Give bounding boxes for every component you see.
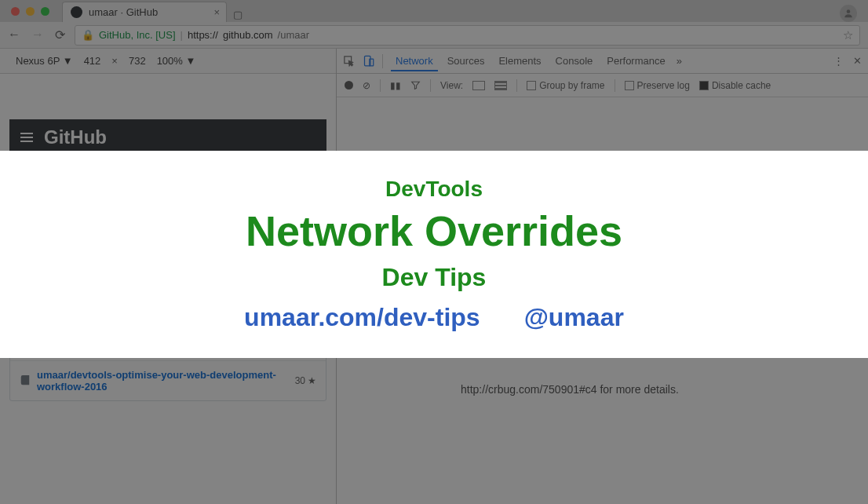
title-card: DevTools Network Overrides Dev Tips umaa… bbox=[0, 151, 868, 358]
tab-elements[interactable]: Elements bbox=[494, 50, 545, 71]
banner-line1: DevTools bbox=[385, 177, 483, 202]
preserve-log-checkbox[interactable]: Preserve log bbox=[625, 80, 690, 91]
browser-toolbar: ← → ⟳ 🔒 GitHub, Inc. [US] | https://gith… bbox=[0, 22, 868, 49]
maximize-window-icon[interactable] bbox=[41, 7, 49, 16]
filter-icon[interactable] bbox=[410, 80, 421, 90]
view-waterfall-icon[interactable] bbox=[494, 81, 507, 90]
address-bar[interactable]: 🔒 GitHub, Inc. [US] | https://github.com… bbox=[75, 25, 860, 46]
hamburger-icon[interactable] bbox=[20, 133, 33, 142]
banner-link-site: umaar.com/dev-tips bbox=[244, 303, 480, 332]
browser-tab[interactable]: umaar · GitHub × bbox=[62, 2, 227, 22]
tab-title: umaar · GitHub bbox=[89, 6, 158, 18]
url-path: /umaar bbox=[278, 29, 309, 41]
dimension-separator: × bbox=[111, 55, 118, 67]
reload-button[interactable]: ⟳ bbox=[55, 27, 65, 42]
info-message: http://crbug.com/750901#c4 for more deta… bbox=[461, 383, 679, 396]
forward-button[interactable]: → bbox=[31, 27, 44, 42]
inspect-icon[interactable] bbox=[343, 55, 355, 67]
github-logo[interactable]: GitHub bbox=[44, 126, 107, 148]
security-label: GitHub, Inc. [US] bbox=[99, 29, 176, 41]
devtools-tabstrip: Network Sources Elements Console Perform… bbox=[337, 49, 868, 74]
github-favicon-icon bbox=[71, 6, 82, 18]
zoom-selector[interactable]: 100% ▼ bbox=[157, 55, 196, 67]
repo-name: umaar/devtools-optimise-your-web-develop… bbox=[37, 369, 289, 393]
repo-icon bbox=[20, 375, 31, 386]
close-tab-icon[interactable]: × bbox=[213, 6, 220, 18]
device-width[interactable]: 412 bbox=[84, 55, 101, 67]
banner-link-handle: @umaar bbox=[524, 303, 624, 332]
device-height[interactable]: 732 bbox=[129, 55, 146, 67]
banner-line3: Dev Tips bbox=[382, 263, 487, 292]
devtools-menu-icon[interactable]: ⋮ bbox=[833, 55, 844, 67]
tab-network[interactable]: Network bbox=[391, 50, 438, 71]
tab-sources[interactable]: Sources bbox=[443, 50, 490, 71]
window-controls[interactable] bbox=[6, 0, 54, 22]
repo-item[interactable]: umaar/devtools-optimise-your-web-develop… bbox=[10, 361, 326, 400]
group-by-frame-checkbox[interactable]: Group by frame bbox=[527, 80, 604, 91]
capture-screenshot-icon[interactable]: ▮▮ bbox=[390, 80, 401, 91]
url-host: github.com bbox=[223, 29, 273, 41]
view-label: View: bbox=[440, 80, 463, 91]
more-tabs-icon[interactable]: » bbox=[677, 55, 682, 67]
tab-console[interactable]: Console bbox=[551, 50, 598, 71]
lock-icon: 🔒 bbox=[82, 29, 94, 41]
repo-stars: 30 ★ bbox=[295, 375, 316, 386]
minimize-window-icon[interactable] bbox=[26, 7, 35, 16]
tab-performance[interactable]: Performance bbox=[602, 50, 669, 71]
device-toolbar: Nexus 6P ▼ 412 × 732 100% ▼ bbox=[0, 49, 336, 74]
profile-avatar-icon[interactable] bbox=[840, 5, 857, 22]
back-button[interactable]: ← bbox=[8, 27, 20, 42]
clear-icon[interactable]: ⊘ bbox=[363, 80, 370, 91]
devtools-close-icon[interactable]: ✕ bbox=[853, 55, 862, 67]
device-selector[interactable]: Nexus 6P ▼ bbox=[16, 55, 73, 67]
bookmark-star-icon[interactable]: ☆ bbox=[843, 28, 853, 42]
browser-tabstrip: umaar · GitHub × ▢ bbox=[0, 0, 868, 22]
banner-line2: Network Overrides bbox=[246, 206, 622, 255]
url-prefix: https:// bbox=[188, 29, 218, 41]
new-tab-button[interactable]: ▢ bbox=[230, 6, 246, 22]
svg-point-0 bbox=[847, 9, 851, 13]
disable-cache-checkbox[interactable]: Disable cache bbox=[699, 80, 771, 91]
view-list-icon[interactable] bbox=[472, 81, 485, 90]
device-toggle-icon[interactable] bbox=[363, 55, 374, 67]
network-toolbar: ⊘ ▮▮ View: Group by frame Preserve log D… bbox=[337, 74, 868, 97]
close-window-icon[interactable] bbox=[11, 7, 20, 16]
record-icon[interactable] bbox=[345, 81, 353, 89]
